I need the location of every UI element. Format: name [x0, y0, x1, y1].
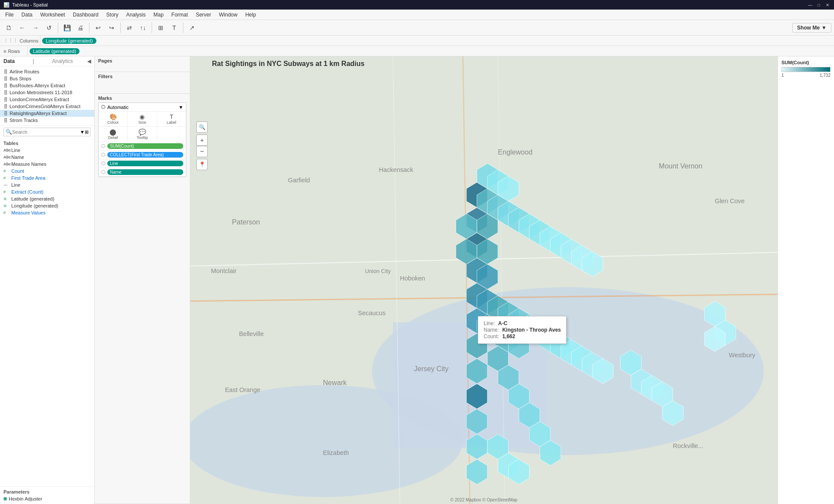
refresh-button[interactable]: ↺	[43, 22, 55, 34]
marks-icons-row-2: ⬤ Detail 💬 Tooltip	[99, 127, 186, 142]
map-search-button[interactable]: 🔍	[196, 122, 208, 133]
marks-label[interactable]: T Label	[157, 112, 186, 126]
map-controls: 🔍 + − 📍	[196, 122, 208, 170]
field-measure-values[interactable]: # Measure Values	[0, 209, 94, 216]
menu-server[interactable]: Server	[192, 11, 215, 19]
undo-button[interactable]: ↩	[92, 22, 104, 34]
data-source-bus-stops[interactable]: 🗄 Bus Stops	[0, 75, 94, 82]
field-longitude[interactable]: ⊕ Longitude (generated)	[0, 202, 94, 209]
param-hexbin[interactable]: Hexbin Adjuster	[0, 495, 94, 502]
labels-button[interactable]: T	[168, 22, 180, 34]
marks-pill-sum-count: SUM(Count)	[107, 143, 183, 149]
menu-data[interactable]: Data	[18, 11, 36, 19]
field-count[interactable]: # Count	[0, 168, 94, 175]
map-container[interactable]: Paterson Garfield Hackensack Englewood M…	[190, 56, 778, 504]
hash-icon-4: #	[3, 211, 10, 215]
map-svg: Paterson Garfield Hackensack Englewood M…	[190, 56, 778, 504]
field-latitude[interactable]: ⊕ Latitude (generated)	[0, 195, 94, 202]
grid-icon[interactable]: ⊞	[85, 129, 89, 135]
menu-map[interactable]: Map	[150, 11, 167, 19]
data-source-london-crime[interactable]: 🗄 LondonCrimeAlteryx Extract	[0, 96, 94, 103]
redo-button[interactable]: ↪	[106, 22, 118, 34]
menu-story[interactable]: Story	[103, 11, 122, 19]
marks-type-label: Automatic	[107, 105, 179, 110]
forward-button[interactable]: →	[30, 22, 42, 34]
marks-tooltip[interactable]: 💬 Tooltip	[128, 127, 157, 142]
show-me-label: Show Me	[797, 25, 820, 31]
marks-detail[interactable]: ⬤ Detail	[99, 127, 128, 142]
field-line-2[interactable]: — Line	[0, 181, 94, 188]
analytics-tab[interactable]: Analytics	[52, 58, 73, 64]
field-measure-names[interactable]: Abc Measure Names	[0, 161, 94, 168]
right-panel: SUM(Count) 1 1,732	[778, 56, 834, 504]
marks-field-sum-count[interactable]: ⬡ SUM(Count)	[99, 142, 186, 151]
tables-section: Tables Abc Line Abc Name Abc Measure Nam…	[0, 138, 94, 486]
map-pin-button[interactable]: 📍	[196, 159, 208, 170]
menu-help[interactable]: Help	[242, 11, 260, 19]
map-attribution: © 2022 Mapbox © OpenStreetMap	[190, 497, 778, 502]
window-controls[interactable]: — □ ✕	[807, 2, 831, 8]
rows-pill[interactable]: Latitude (generated)	[30, 48, 79, 54]
canvas-area: Paterson Garfield Hackensack Englewood M…	[190, 56, 778, 504]
field-search-box[interactable]: 🔍 ▼ ⊞	[3, 128, 91, 136]
data-source-london-metro[interactable]: 🗄 London Metrostreets 11-2018	[0, 89, 94, 96]
close-button[interactable]: ✕	[824, 2, 831, 8]
save-button[interactable]: 💾	[61, 22, 73, 34]
sort-asc-button[interactable]: ↑↓	[137, 22, 149, 34]
field-line-1[interactable]: Abc Line	[0, 147, 94, 154]
zoom-in-button[interactable]: +	[196, 135, 208, 146]
menu-analysis[interactable]: Analysis	[123, 11, 149, 19]
marks-field-line[interactable]: ⬡ Line	[99, 159, 186, 168]
field-extract-count[interactable]: # Extract (Count)	[0, 188, 94, 195]
maximize-button[interactable]: □	[816, 2, 822, 8]
marks-title: Marks	[98, 96, 186, 101]
marks-field-collect[interactable]: ⬡ COLLECT(First Trade Area)	[99, 151, 186, 159]
data-tab[interactable]: Data	[3, 58, 15, 64]
marks-colour[interactable]: 🎨 Colour	[99, 112, 128, 126]
toolbar: 🗋 ← → ↺ 💾 🖨 ↩ ↪ ⇄ ↑↓ ⊞ T ↗ Show Me ▼	[0, 20, 834, 36]
marks-pill-name: Name	[107, 169, 183, 175]
minimize-button[interactable]: —	[807, 2, 813, 8]
field-first-trade-area[interactable]: # First Trade Area	[0, 175, 94, 181]
data-source-london-crimes-grid[interactable]: 🗄 LondonCrimesGridAlteryx Extract	[0, 103, 94, 110]
share-button[interactable]: ↗	[186, 22, 198, 34]
marks-type-selector[interactable]: ⬡ Automatic ▼	[99, 103, 186, 112]
view-area[interactable]: Paterson Garfield Hackensack Englewood M…	[190, 56, 778, 504]
svg-text:Union City: Union City	[365, 268, 391, 274]
data-source-busroutes[interactable]: 🗄 BusRoutes-Alteryx Extract	[0, 82, 94, 89]
data-source-strom-tracks[interactable]: 🗄 Strom Tracks	[0, 117, 94, 124]
columns-pill[interactable]: Longitude (generated)	[42, 38, 96, 44]
menu-window[interactable]: Window	[215, 11, 241, 19]
collapse-panel-icon[interactable]: ◀	[87, 59, 91, 64]
menu-format[interactable]: Format	[168, 11, 192, 19]
show-me-button[interactable]: Show Me ▼	[792, 23, 831, 33]
marks-size[interactable]: ◉ Size	[128, 112, 157, 126]
menu-file[interactable]: File	[2, 11, 17, 19]
line-icon: —	[3, 183, 10, 187]
swap-rows-cols-button[interactable]: ⇄	[123, 22, 136, 34]
field-name[interactable]: Abc Name	[0, 154, 94, 161]
marks-field-name[interactable]: ⬡ Name	[99, 168, 186, 177]
filter-icon[interactable]: ▼	[80, 129, 85, 135]
legend-max: 1,732	[820, 73, 831, 78]
tooltip-count-label: Count:	[483, 333, 499, 339]
tooltip-line-label: Line:	[483, 320, 495, 326]
back-button[interactable]: ←	[16, 22, 28, 34]
search-input[interactable]	[12, 129, 80, 135]
new-button[interactable]: 🗋	[3, 22, 15, 34]
marks-pill-line: Line	[107, 161, 183, 166]
data-source-ratsightings[interactable]: 🗄 RatsightingsAlteryx Extract	[0, 110, 94, 117]
fit-button[interactable]: ⊞	[155, 22, 167, 34]
menu-worksheet[interactable]: Worksheet	[37, 11, 69, 19]
marks-field-icon-4: ⬡	[101, 169, 106, 175]
marks-card: ⬡ Automatic ▼ 🎨 Colour ◉ Size T	[98, 102, 186, 177]
show-me-icon: ▼	[821, 25, 827, 31]
data-source-airline-routes[interactable]: 🗄 Airline Routes	[0, 68, 94, 75]
separator-3	[120, 23, 121, 33]
zoom-out-button[interactable]: −	[196, 146, 208, 157]
print-button[interactable]: 🖨	[74, 22, 86, 34]
menu-dashboard[interactable]: Dashboard	[70, 11, 102, 19]
title-bar: 📊 Tableau - Spatial — □ ✕	[0, 0, 834, 10]
extract-icon-5: 🗄	[3, 111, 8, 116]
tooltip-name-row: Name: Kingston - Throop Aves	[483, 327, 561, 333]
